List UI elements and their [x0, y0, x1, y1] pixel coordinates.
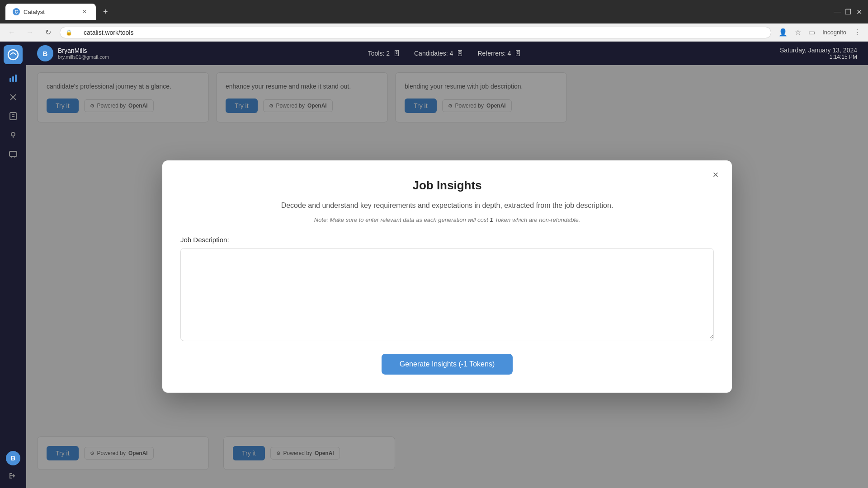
app-container: B B BryanMills bry.mills01@gmail.com Too…	[0, 42, 868, 488]
page-background: candidate's professional journey at a gl…	[26, 65, 868, 488]
svg-rect-1	[9, 78, 11, 82]
textarea-wrapper	[180, 248, 714, 341]
top-bar: B BryanMills bry.mills01@gmail.com Tools…	[26, 42, 868, 65]
field-label: Job Description:	[180, 236, 714, 244]
generate-insights-button[interactable]: Generate Insights (-1 Tokens)	[382, 354, 513, 375]
star-icon[interactable]: ☆	[793, 26, 803, 38]
modal-note: Note: Make sure to enter relevant data a…	[180, 216, 714, 223]
referrers-icon: 🗄	[514, 50, 521, 57]
user-details: BryanMills bry.mills01@gmail.com	[58, 47, 109, 60]
user-info-section: B BryanMills bry.mills01@gmail.com	[37, 45, 109, 61]
incognito-label: Incognito	[821, 27, 848, 38]
new-tab-button[interactable]: +	[99, 5, 112, 19]
current-time: 1:14:15 PM	[780, 54, 857, 60]
menu-icon[interactable]: ⋮	[852, 26, 863, 38]
profile-icon[interactable]: 👤	[777, 26, 789, 38]
refresh-button[interactable]: ↻	[42, 26, 54, 39]
job-description-input[interactable]	[181, 249, 713, 339]
svg-point-0	[8, 50, 18, 60]
referrers-stat: Referrers: 4 🗄	[477, 50, 521, 57]
back-button[interactable]: ←	[5, 26, 18, 39]
sidebar-item-analytics[interactable]	[5, 70, 22, 87]
window-controls: — ❐ ✕	[834, 8, 863, 15]
url-text: catalist.work/tools	[75, 29, 133, 36]
candidates-label: Candidates: 4	[414, 50, 453, 57]
date-time-section: Saturday, January 13, 2024 1:14:15 PM	[780, 47, 857, 60]
sidebar-logout-button[interactable]	[5, 467, 22, 484]
sidebar-logo[interactable]	[4, 45, 23, 64]
tools-stat: Tools: 2 🗄	[368, 50, 400, 57]
svg-rect-11	[9, 151, 17, 156]
tab-title: Catalyst	[24, 9, 77, 15]
minimize-button[interactable]: —	[834, 8, 841, 15]
tools-icon: 🗄	[393, 50, 400, 57]
main-content: B BryanMills bry.mills01@gmail.com Tools…	[26, 42, 868, 488]
candidates-icon: 🗄	[457, 50, 463, 57]
sidebar-toggle-icon[interactable]: ▭	[807, 26, 817, 38]
browser-tab[interactable]: C Catalyst ✕	[5, 4, 96, 20]
sidebar-user-avatar[interactable]: B	[6, 451, 20, 465]
sidebar-item-tools[interactable]	[5, 89, 22, 106]
user-avatar: B	[37, 45, 53, 61]
address-bar-right: 👤 ☆ ▭ Incognito ⋮	[777, 26, 863, 38]
modal-close-button[interactable]: ×	[708, 168, 723, 182]
svg-rect-3	[15, 75, 17, 82]
modal-description: Decode and understand key requirements a…	[180, 200, 714, 211]
forward-button[interactable]: →	[24, 26, 36, 39]
user-name: BryanMills	[58, 47, 109, 54]
current-date: Saturday, January 13, 2024	[780, 47, 857, 54]
modal-overlay[interactable]: × Job Insights Decode and understand key…	[26, 65, 868, 488]
sidebar-item-files[interactable]	[5, 108, 22, 125]
svg-rect-2	[12, 76, 14, 82]
sidebar-item-insights[interactable]	[5, 127, 22, 144]
stats-section: Tools: 2 🗄 Candidates: 4 🗄 Referrers: 4 …	[109, 50, 780, 57]
browser-chrome: C Catalyst ✕ + — ❐ ✕	[0, 0, 868, 23]
user-email: bry.mills01@gmail.com	[58, 54, 109, 60]
svg-point-9	[11, 132, 15, 136]
candidates-stat: Candidates: 4 🗄	[414, 50, 463, 57]
tab-favicon: C	[13, 8, 20, 15]
modal-title: Job Insights	[180, 178, 714, 192]
tools-label: Tools: 2	[368, 50, 390, 57]
sidebar-bottom: B	[5, 451, 22, 484]
sidebar-item-messages[interactable]	[5, 145, 22, 163]
tab-close-button[interactable]: ✕	[80, 8, 89, 16]
url-bar[interactable]: 🔒 catalist.work/tools	[60, 27, 771, 38]
close-window-button[interactable]: ✕	[855, 8, 863, 15]
lock-icon: 🔒	[66, 29, 72, 36]
job-insights-modal: × Job Insights Decode and understand key…	[162, 160, 732, 393]
sidebar: B	[0, 42, 26, 488]
address-bar: ← → ↻ 🔒 catalist.work/tools 👤 ☆ ▭ Incogn…	[0, 23, 868, 42]
maximize-button[interactable]: ❐	[844, 8, 852, 15]
referrers-label: Referrers: 4	[477, 50, 511, 57]
